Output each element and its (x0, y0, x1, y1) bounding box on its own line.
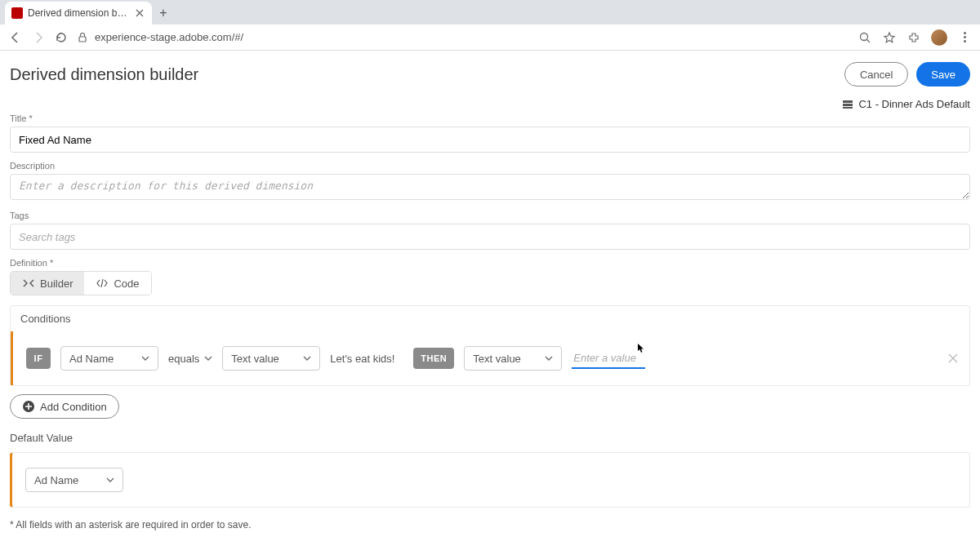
plus-circle-icon (22, 400, 35, 413)
tab-builder[interactable]: Builder (11, 272, 84, 295)
value-type-select-right[interactable]: Text value (464, 346, 562, 371)
value-type-right-value: Text value (473, 353, 521, 365)
svg-point-1 (861, 33, 868, 40)
tags-label: Tags (10, 211, 970, 220)
favicon-icon (11, 7, 23, 19)
svg-rect-2 (843, 100, 853, 103)
definition-label: Definition (10, 258, 970, 268)
then-value-input[interactable] (572, 348, 645, 369)
reload-icon[interactable] (54, 30, 69, 45)
new-tab-button[interactable]: + (152, 2, 175, 24)
title-input[interactable] (10, 127, 970, 153)
remove-condition-icon[interactable] (948, 353, 958, 363)
page-header: Derived dimension builder Cancel Save (0, 51, 980, 93)
condition-value-left: Let's eat kids! (330, 353, 403, 365)
chevron-down-icon (204, 356, 212, 361)
add-condition-label: Add Condition (40, 401, 107, 413)
close-icon[interactable] (134, 7, 145, 19)
data-view-context: C1 - Dinner Ads Default (0, 93, 980, 112)
url-text: experience-stage.adobe.com/#/ (95, 31, 243, 43)
tab-strip: Derived dimension builder | Cu + (0, 0, 980, 24)
default-dimension-select[interactable]: Ad Name (25, 468, 123, 492)
definition-tabs: Builder Code (10, 271, 152, 295)
save-button[interactable]: Save (916, 62, 970, 87)
tab-title: Derived dimension builder | Cu (28, 7, 129, 19)
chevron-down-icon (141, 356, 149, 361)
svg-rect-4 (843, 107, 853, 109)
address-bar[interactable]: experience-stage.adobe.com/#/ (77, 31, 849, 43)
builder-icon (22, 277, 35, 290)
data-view-name: C1 - Dinner Ads Default (858, 98, 970, 110)
data-view-icon (842, 99, 853, 110)
title-label: Title (10, 113, 970, 123)
conditions-label: Conditions (10, 305, 970, 331)
tab-builder-label: Builder (40, 278, 73, 290)
browser-tab[interactable]: Derived dimension builder | Cu (5, 2, 152, 24)
default-value-card: Ad Name (10, 452, 970, 508)
description-input[interactable] (10, 174, 970, 200)
then-chip: THEN (413, 348, 454, 369)
avatar[interactable] (931, 29, 947, 46)
default-dimension-value: Ad Name (34, 474, 78, 486)
tags-input[interactable] (10, 224, 970, 250)
back-icon[interactable] (8, 30, 23, 45)
forward-icon[interactable] (31, 30, 46, 45)
dimension-select-value: Ad Name (69, 353, 114, 365)
menu-icon[interactable] (957, 30, 972, 45)
page-title: Derived dimension builder (10, 65, 198, 84)
if-chip: IF (26, 348, 51, 369)
chevron-down-icon (303, 356, 311, 361)
star-icon[interactable] (882, 30, 897, 45)
description-label: Description (10, 161, 970, 171)
operator-select[interactable]: equals (168, 353, 212, 365)
browser-chrome: Derived dimension builder | Cu + experie… (0, 0, 980, 51)
zoom-icon[interactable] (858, 30, 872, 45)
add-condition-button[interactable]: Add Condition (10, 394, 119, 419)
value-type-select-left[interactable]: Text value (222, 346, 320, 371)
tab-code[interactable]: Code (84, 272, 150, 295)
svg-rect-3 (843, 104, 853, 106)
lock-icon (77, 32, 88, 43)
value-type-left-value: Text value (231, 353, 279, 365)
tab-code-label: Code (114, 278, 139, 290)
extensions-icon[interactable] (906, 30, 921, 45)
default-value-label: Default Value (10, 432, 970, 444)
footnote: * All fields with an asterisk are requir… (10, 508, 970, 531)
svg-rect-0 (79, 37, 86, 42)
operator-value: equals (168, 353, 199, 365)
cancel-button[interactable]: Cancel (844, 62, 908, 87)
condition-row: IF Ad Name equals Text v (11, 331, 969, 385)
condition-card: IF Ad Name equals Text v (10, 331, 970, 386)
address-bar-row: experience-stage.adobe.com/#/ (0, 24, 980, 51)
dimension-select[interactable]: Ad Name (60, 346, 158, 371)
chevron-down-icon (106, 477, 114, 482)
chevron-down-icon (545, 356, 553, 361)
code-icon (96, 277, 109, 290)
